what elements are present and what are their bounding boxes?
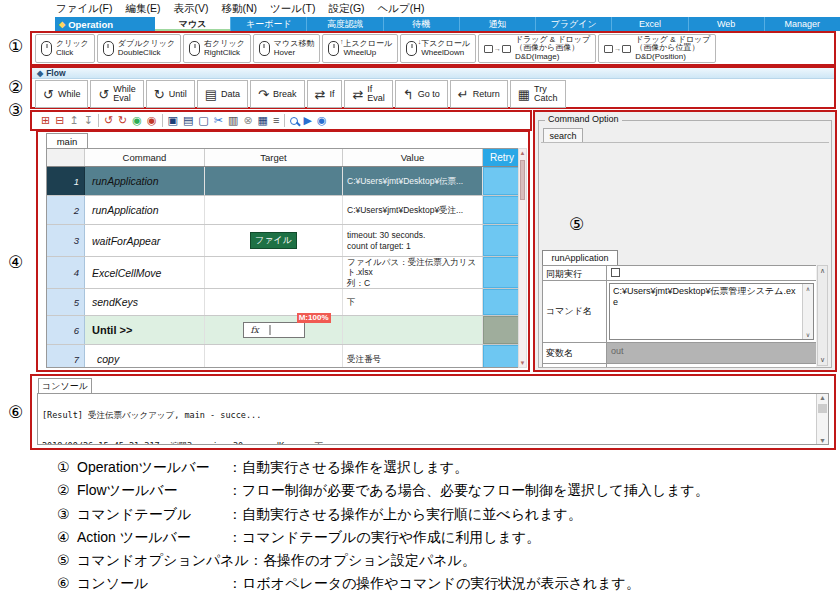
break-button[interactable]: ↷Break — [250, 80, 304, 108]
fx-icon: fx — [244, 325, 265, 335]
move-row-up-icon[interactable]: ↥ — [69, 115, 78, 126]
while-button[interactable]: ↺While — [35, 80, 88, 108]
diamond-icon: ◆ — [59, 20, 65, 29]
hover-button[interactable]: マウス移動Hover — [253, 34, 321, 63]
retry-cell[interactable] — [483, 257, 521, 288]
goto-button[interactable]: ↰Go to — [395, 80, 448, 108]
retry-cell[interactable] — [483, 225, 521, 256]
menu-file[interactable]: ファイル(F) — [56, 2, 112, 16]
table-row[interactable]: 4 ExcelCellMove ファイルパス：受注伝票入力リスト.xlsx列：C — [47, 257, 521, 289]
until-button[interactable]: ↻Until — [146, 80, 195, 108]
menu-tools[interactable]: ツール(T) — [270, 2, 315, 16]
var-name-field[interactable]: out — [607, 343, 816, 363]
menu-edit[interactable]: 編集(E) — [125, 2, 160, 16]
table-row[interactable]: 2 runApplication C:¥Users¥jmt¥Desktop¥受注… — [47, 196, 521, 225]
comment-icon[interactable]: ▤ — [183, 115, 193, 126]
scroll-down-icon[interactable]: ▼ — [817, 437, 828, 444]
tab-manager[interactable]: Manager — [764, 17, 840, 31]
retry-cell[interactable] — [483, 196, 521, 224]
flow-toolbar: ◆ Flow ↺While ↺WhileEval ↻Until ▤Data ↷B… — [30, 66, 836, 109]
target-image-file-button[interactable]: ファイル — [250, 232, 297, 249]
scroll-down-icon[interactable]: ▼ — [519, 360, 526, 366]
mouse-wheelup-icon: ↑ — [328, 41, 339, 56]
search-icon[interactable] — [290, 117, 298, 125]
tab-mouse[interactable]: マウス — [155, 17, 230, 31]
scrollbar-thumb[interactable] — [818, 404, 827, 413]
move-row-down-icon[interactable]: ↧ — [84, 115, 93, 126]
retry-cell[interactable] — [483, 316, 521, 344]
table-row[interactable]: 5 sendKeys 下 — [47, 289, 521, 316]
sheet-tab-main[interactable]: main — [46, 133, 88, 148]
textarea-scrollbar[interactable]: ∧ ∨ — [802, 284, 813, 339]
console-output[interactable]: [Result] 受注伝票バックアップ, main - succe... 201… — [37, 393, 829, 445]
wheeldown-button[interactable]: ↓ 下スクロールWheelDown — [400, 34, 476, 63]
sync-exec-checkbox[interactable] — [611, 268, 620, 277]
scroll-up-icon[interactable]: ∧ — [803, 285, 813, 292]
tab-wait[interactable]: 待機 — [383, 17, 459, 31]
tab-keyboard[interactable]: キーボード — [230, 17, 306, 31]
console-scrollbar[interactable]: ▲ ▼ — [816, 394, 828, 444]
tab-plugin[interactable]: プラグイン — [535, 17, 611, 31]
delete-icon[interactable]: ⊗ — [243, 115, 252, 126]
redo-icon[interactable]: ↻ — [118, 115, 127, 126]
legend-row: ⑥コンソール：ロボオペレータの操作やコマンドの実行状況が表示されます。 — [57, 572, 709, 595]
table-row[interactable]: 3 waitForAppear ファイル timeout: 30 seconds… — [47, 225, 521, 257]
var-name-label: 変数名 — [543, 343, 607, 363]
return-button[interactable]: ↵Return — [450, 80, 508, 108]
while-eval-button[interactable]: ↺WhileEval — [90, 80, 143, 108]
scroll-up-icon[interactable]: ▲ — [519, 150, 526, 156]
panel-scrollbar[interactable]: ∧ ∨ — [817, 265, 828, 366]
stop-icon[interactable]: ◉ — [147, 115, 157, 126]
retry-cell[interactable] — [483, 289, 521, 315]
scroll-down-icon[interactable]: ∨ — [803, 331, 813, 338]
divider — [541, 142, 829, 143]
undo-icon[interactable]: ↺ — [104, 115, 113, 126]
add-row-icon[interactable]: ⊞ — [41, 115, 50, 126]
if-eval-button[interactable]: ⇄IfEval — [344, 80, 392, 108]
tab-search[interactable]: search — [543, 128, 583, 142]
fx-condition-input[interactable]: fx M:100% — [243, 322, 305, 338]
play-icon[interactable]: ▶ — [303, 115, 311, 126]
toolbar-separator — [162, 114, 163, 127]
wheelup-button[interactable]: ↑ 上スクロールWheelUp — [322, 34, 398, 63]
dd-position-button[interactable]: → ドラッグ & ドロップ （画像から位置） D&D(Position) — [598, 34, 716, 63]
tab-notify[interactable]: 通知 — [459, 17, 535, 31]
data-button[interactable]: ▤Data — [197, 80, 248, 108]
command-name-textarea[interactable]: C:¥Users¥jmt¥Desktop¥伝票管理システム.exe ∧ ∨ — [609, 283, 814, 340]
copy-icon[interactable]: ▣ — [168, 115, 178, 126]
menu-view[interactable]: 表示(V) — [173, 2, 208, 16]
table-icon[interactable]: ▦ — [258, 115, 268, 126]
menu-move[interactable]: 移動(N) — [221, 2, 257, 16]
scrollbar-thumb[interactable] — [520, 160, 525, 200]
tab-web[interactable]: Web — [688, 17, 764, 31]
scroll-down-icon[interactable]: ∨ — [818, 356, 827, 364]
if-button[interactable]: ⇄If — [307, 80, 343, 108]
retry-cell[interactable] — [483, 167, 521, 195]
tab-runapplication-options[interactable]: runApplication — [542, 250, 618, 265]
tab-advanced-recognition[interactable]: 高度認識 — [306, 17, 382, 31]
table-row[interactable]: 6 Until >> fx M:100% — [47, 316, 521, 345]
remove-row-icon[interactable]: ⊟ — [55, 115, 64, 126]
rows-icon[interactable]: ≡ — [273, 115, 279, 126]
menu-settings[interactable]: 設定(G) — [328, 2, 364, 16]
table-row[interactable]: 7 copy 受注番号 — [47, 345, 521, 368]
return-icon: ↵ — [458, 88, 469, 101]
table-scrollbar[interactable]: ▲ ▼ — [518, 148, 527, 368]
cut-icon[interactable]: ✂ — [214, 115, 223, 126]
menu-help[interactable]: ヘルプ(H) — [378, 2, 425, 16]
click-button[interactable]: クリックClick — [35, 34, 95, 63]
note-icon[interactable]: ▢ — [198, 115, 208, 126]
retry-cell[interactable] — [483, 345, 521, 368]
scroll-up-icon[interactable]: ▲ — [817, 394, 828, 401]
tab-excel[interactable]: Excel — [611, 17, 687, 31]
paste-icon[interactable]: ▥ — [228, 115, 238, 126]
rightclick-button[interactable]: 右クリックRightClick — [183, 34, 251, 63]
dd-image-button[interactable]: → ドラッグ & ドロップ （画像から画像） D&D(Image) — [478, 34, 596, 63]
scroll-up-icon[interactable]: ∧ — [818, 267, 827, 275]
table-row[interactable]: 1 runApplication C:¥Users¥jmt¥Desktop¥伝票… — [47, 167, 521, 196]
record-icon[interactable]: ◉ — [132, 115, 142, 126]
run-all-icon[interactable]: ◉ — [317, 115, 327, 126]
tab-console[interactable]: コンソール — [38, 378, 92, 393]
doubleclick-button[interactable]: ダブルクリックDoubleClick — [97, 34, 181, 63]
try-catch-button[interactable]: ▦TryCatch — [510, 80, 566, 108]
